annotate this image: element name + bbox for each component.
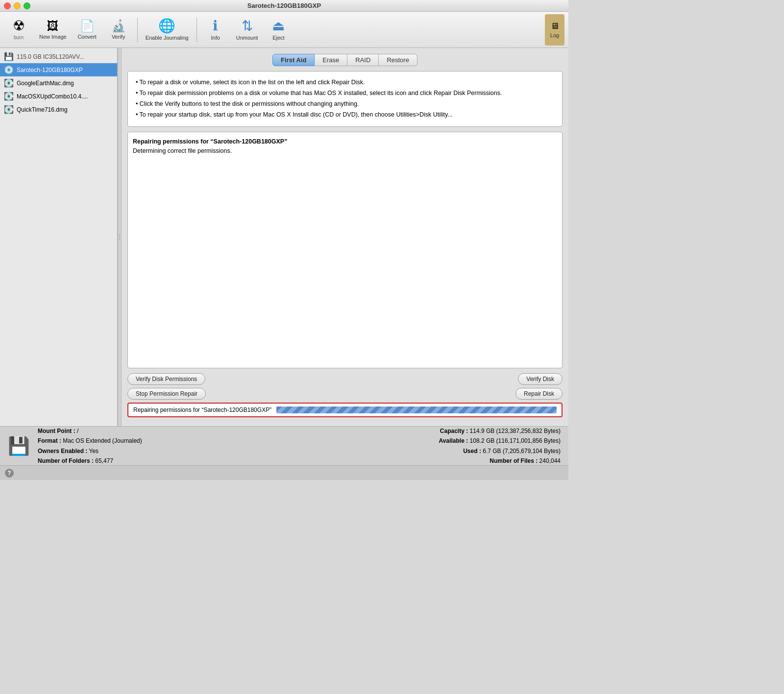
info-panel: • To repair a disk or volume, select its…	[127, 71, 563, 127]
dmg-quicktime-icon: 💽	[4, 105, 14, 114]
unmount-icon: ⇅	[242, 19, 253, 33]
sidebar-item-macosx-label: MacOSXUpdCombo10.4....	[17, 93, 88, 100]
help-button[interactable]: ?	[5, 469, 14, 478]
log-body: Determining correct file permissions.	[133, 147, 232, 154]
capacity-value: 114.9 GB (123,387,256,832 Bytes)	[470, 428, 561, 434]
tab-restore[interactable]: Restore	[379, 54, 417, 66]
used-value: 6.7 GB (7,205,679,104 Bytes)	[483, 448, 561, 455]
enable-journaling-label: Enable Journaling	[146, 35, 189, 41]
progress-area: Repairing permissions for “Sarotech-120G…	[127, 403, 563, 417]
format-label: Format :	[38, 437, 61, 444]
stop-permission-repair-button[interactable]: Stop Permission Repair	[127, 388, 206, 400]
folders-value: 65,477	[95, 457, 113, 464]
toolbar-info[interactable]: ℹ Info	[201, 14, 230, 46]
new-image-icon: 🖼	[47, 20, 59, 32]
progress-bar	[276, 407, 557, 413]
toolbar-convert[interactable]: 📄 Convert	[73, 14, 102, 46]
verify-disk-button[interactable]: Verify Disk	[518, 373, 563, 385]
folders-label: Number of Folders :	[38, 457, 94, 464]
tab-first-aid[interactable]: First Aid	[272, 54, 315, 66]
files-label: Number of Files :	[490, 457, 538, 464]
verify-icon: 🔬	[111, 20, 126, 32]
burn-icon: ☢	[13, 19, 25, 33]
toolbar-burn[interactable]: ☢ burn	[4, 14, 33, 46]
sidebar-item-disk-main-label: 115.0 GB IC35L120AVV...	[17, 53, 84, 60]
toolbar-verify[interactable]: 🔬 Verify	[104, 14, 133, 46]
unmount-label: Unmount	[236, 35, 258, 41]
mount-point-value: /	[77, 428, 78, 434]
minimize-button[interactable]	[14, 2, 21, 9]
status-right: Capacity : 114.9 GB (123,387,256,832 Byt…	[299, 426, 561, 466]
toolbar-new-image[interactable]: 🖼 New Image	[35, 14, 71, 46]
log-area: Repairing permissions for “Sarotech-120G…	[127, 132, 563, 368]
toolbar: ☢ burn 🖼 New Image 📄 Convert 🔬 Verify 🌐 …	[0, 12, 568, 48]
tab-erase[interactable]: Erase	[315, 54, 347, 66]
enable-journaling-icon: 🌐	[158, 19, 175, 33]
info-line-3: • Click the Verify buttons to test the d…	[136, 99, 554, 109]
sidebar-item-sarotech[interactable]: 💿 Sarotech-120GB180GXP	[0, 63, 117, 76]
log-icon: 🖥	[550, 22, 559, 30]
main-content: 💾 115.0 GB IC35L120AVV... 💿 Sarotech-120…	[0, 48, 568, 426]
toolbar-separator-2	[196, 18, 197, 42]
used-label: Used :	[463, 448, 481, 455]
sidebar-item-disk-main[interactable]: 💾 115.0 GB IC35L120AVV...	[0, 50, 117, 63]
help-bar: ?	[0, 465, 568, 480]
eject-label: Eject	[272, 35, 284, 41]
toolbar-unmount[interactable]: ⇅ Unmount	[232, 14, 262, 46]
available-label: Available :	[439, 437, 468, 444]
window-controls[interactable]	[4, 2, 30, 9]
sidebar-item-quicktime[interactable]: 💽 QuickTime716.dmg	[0, 103, 117, 116]
disk-main-icon: 💾	[4, 52, 14, 61]
info-label: Info	[211, 35, 220, 41]
sidebar-item-macosx[interactable]: 💽 MacOSXUpdCombo10.4....	[0, 90, 117, 103]
eject-icon: ⏏	[272, 19, 285, 33]
progress-label: Repairing permissions for “Sarotech-120G…	[133, 407, 271, 413]
available-value: 108.2 GB (116,171,001,856 Bytes)	[470, 437, 561, 444]
status-disk-icon: 💾	[8, 436, 30, 456]
dmg-googleearth-icon: 💽	[4, 78, 14, 88]
files-value: 240,044	[539, 457, 561, 464]
sidebar-item-googleearth[interactable]: 💽 GoogleEarthMac.dmg	[0, 76, 117, 90]
toolbar-enable-journaling[interactable]: 🌐 Enable Journaling	[142, 14, 193, 46]
info-icon: ℹ	[213, 19, 218, 33]
capacity-label: Capacity :	[440, 428, 468, 434]
log-title: Repairing permissions for “Sarotech-120G…	[133, 138, 287, 145]
new-image-label: New Image	[39, 34, 67, 40]
window-title: Sarotech-120GB180GXP	[247, 2, 321, 9]
toolbar-log[interactable]: 🖥 Log	[545, 14, 564, 46]
verify-label: Verify	[112, 34, 125, 40]
toolbar-separator-1	[137, 18, 138, 42]
mount-point-label: Mount Point :	[38, 428, 75, 434]
format-value: Mac OS Extended (Journaled)	[63, 437, 142, 444]
right-panel: First Aid Erase RAID Restore • To repair…	[122, 48, 568, 426]
sidebar-item-sarotech-label: Sarotech-120GB180GXP	[17, 67, 83, 73]
info-line-4: • To repair your startup disk, start up …	[136, 110, 554, 120]
repair-disk-button[interactable]: Repair Disk	[515, 388, 563, 400]
close-button[interactable]	[4, 2, 11, 9]
button-row-1: Verify Disk Permissions Verify Disk	[127, 373, 563, 385]
burn-label: burn	[14, 35, 24, 40]
button-row-2: Stop Permission Repair Repair Disk	[127, 388, 563, 400]
log-label: Log	[550, 32, 559, 38]
owners-label: Owners Enabled :	[38, 448, 87, 455]
dmg-macosx-icon: 💽	[4, 92, 14, 101]
verify-permissions-button[interactable]: Verify Disk Permissions	[127, 373, 205, 385]
info-line-1: • To repair a disk or volume, select its…	[136, 77, 554, 87]
convert-icon: 📄	[80, 20, 95, 32]
status-bar: 💾 Mount Point : / Format : Mac OS Extend…	[0, 426, 568, 465]
owners-value: Yes	[89, 448, 98, 455]
disk-sarotech-icon: 💿	[4, 65, 14, 74]
tabs: First Aid Erase RAID Restore	[127, 54, 563, 66]
sidebar-splitter[interactable]: ⋮	[118, 48, 122, 426]
sidebar-item-googleearth-label: GoogleEarthMac.dmg	[17, 80, 74, 87]
sidebar: 💾 115.0 GB IC35L120AVV... 💿 Sarotech-120…	[0, 48, 118, 426]
sidebar-item-quicktime-label: QuickTime716.dmg	[17, 106, 68, 113]
title-bar: Sarotech-120GB180GXP	[0, 0, 568, 12]
toolbar-eject[interactable]: ⏏ Eject	[264, 14, 293, 46]
info-line-2: • To repair disk permission problems on …	[136, 88, 554, 98]
maximize-button[interactable]	[24, 2, 30, 9]
tab-raid[interactable]: RAID	[347, 54, 379, 66]
convert-label: Convert	[77, 34, 97, 40]
status-left: Mount Point : / Format : Mac OS Extended…	[38, 426, 299, 466]
